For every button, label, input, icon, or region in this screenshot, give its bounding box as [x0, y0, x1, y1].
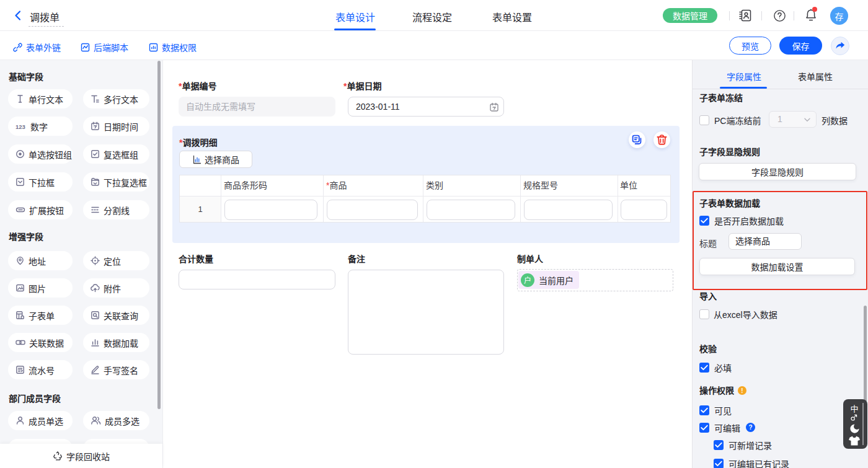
svg-text:123: 123	[16, 123, 25, 130]
